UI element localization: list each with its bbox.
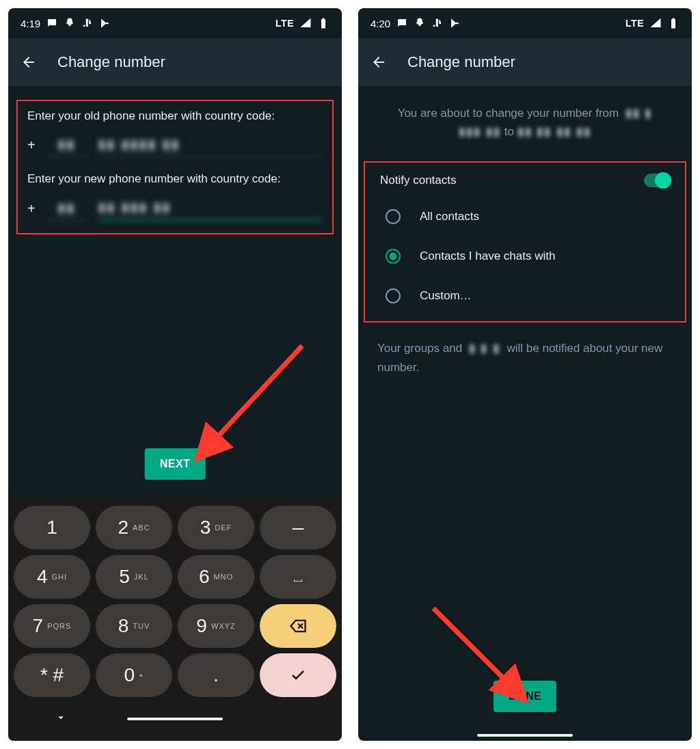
key-enter[interactable]: [260, 653, 336, 697]
radio-option-0[interactable]: All contacts: [377, 197, 673, 236]
radio-option-1[interactable]: Contacts I have chats with: [377, 236, 673, 276]
status-time: 4:19: [21, 18, 40, 29]
old-number-row: +: [27, 133, 323, 157]
signal-icon: [299, 17, 312, 29]
highlight-box-notify: Notify contacts All contactsContacts I h…: [364, 161, 686, 323]
done-button[interactable]: DONE: [494, 681, 556, 712]
key-4[interactable]: 4GHI: [14, 555, 90, 599]
key-6[interactable]: 6MNO: [178, 555, 254, 599]
message-icon: [46, 17, 58, 29]
playstation-icon: [431, 17, 444, 29]
new-number-label: Enter your new phone number with country…: [27, 172, 323, 186]
snapchat-icon: [64, 17, 76, 29]
key-3[interactable]: 3DEF: [178, 506, 254, 549]
phone-left: 4:19 LTE Change number Enter your old ph…: [8, 8, 342, 741]
chevron-down-icon[interactable]: [55, 711, 67, 726]
key-2[interactable]: 2ABC: [96, 506, 172, 549]
key-space[interactable]: ⎵: [260, 555, 336, 599]
change-summary: You are about to change your number from…: [358, 86, 692, 159]
status-time: 4:20: [371, 18, 390, 29]
back-icon[interactable]: [19, 53, 38, 72]
gesture-handle: [477, 734, 573, 737]
back-icon[interactable]: [369, 53, 388, 72]
numeric-keyboard: 12ABC3DEF–4GHI5JKL6MNO⎵7PQRS8TUV9WXYZ* #…: [8, 498, 342, 741]
radio-icon: [386, 209, 401, 224]
key-backspace[interactable]: [260, 604, 336, 648]
plus-prefix: +: [27, 201, 36, 221]
gesture-handle: [127, 718, 223, 720]
key-0[interactable]: 0+: [96, 653, 172, 697]
key-8[interactable]: 8TUV: [96, 604, 172, 648]
notify-contacts-label: Notify contacts: [380, 174, 457, 187]
phone-right: 4:20 LTE Change number You are about to …: [358, 8, 692, 741]
notify-toggle[interactable]: [644, 174, 670, 187]
status-bar: 4:20 LTE: [358, 8, 692, 38]
signal-icon: [649, 17, 662, 29]
status-bar: 4:19 LTE: [8, 8, 342, 38]
groups-note: Your groups and ▮ ▮ ▮ will be notified a…: [358, 325, 692, 390]
new-phone-input[interactable]: [98, 195, 323, 221]
key-1[interactable]: 1: [14, 506, 90, 549]
key-5[interactable]: 5JKL: [96, 555, 172, 599]
content-right: You are about to change your number from…: [358, 86, 692, 741]
playstation-icon: [81, 17, 94, 29]
radio-option-2[interactable]: Custom…: [377, 276, 673, 316]
to-word: to: [504, 125, 514, 138]
old-number-redacted: ▮▮ ▮: [625, 104, 653, 122]
network-label: LTE: [275, 18, 294, 29]
radio-label: Custom…: [420, 289, 472, 303]
key-9[interactable]: 9WXYZ: [178, 604, 254, 648]
page-title: Change number: [57, 53, 165, 71]
svg-line-0: [213, 346, 302, 441]
new-number-row: +: [27, 195, 323, 221]
network-label: LTE: [625, 18, 644, 29]
contacts-redacted: ▮ ▮ ▮: [469, 339, 500, 357]
battery-icon: [317, 17, 329, 29]
key-.[interactable]: .: [178, 653, 254, 697]
battery-icon: [667, 17, 679, 29]
new-country-code-input[interactable]: [46, 196, 88, 221]
old-phone-input[interactable]: [98, 133, 323, 157]
app-bar: Change number: [358, 38, 692, 86]
old-country-code-input[interactable]: [46, 133, 88, 157]
content-left: Enter your old phone number with country…: [8, 86, 342, 741]
svg-line-3: [433, 608, 509, 683]
new-number-redacted: ▮▮ ▮▮ ▮▮ ▮▮: [517, 122, 591, 141]
key-7[interactable]: 7PQRS: [14, 604, 90, 648]
radio-label: Contacts I have chats with: [420, 249, 555, 263]
plus-prefix: +: [27, 137, 36, 157]
highlight-box-numbers: Enter your old phone number with country…: [16, 100, 334, 234]
snapchat-icon: [414, 17, 426, 29]
app-bar: Change number: [8, 38, 342, 86]
notify-toggle-row: Notify contacts: [377, 168, 673, 197]
keyboard-nav-bar: [14, 703, 336, 735]
old-number-redacted2: ▮▮▮ ▮▮: [459, 122, 501, 141]
message-icon: [396, 17, 408, 29]
radio-icon: [386, 288, 401, 303]
key-* #[interactable]: * #: [14, 653, 90, 697]
next-button[interactable]: NEXT: [145, 448, 206, 480]
radio-icon: [386, 249, 401, 264]
page-title: Change number: [407, 53, 515, 71]
play-store-icon: [449, 17, 461, 29]
old-number-label: Enter your old phone number with country…: [27, 109, 323, 123]
play-store-icon: [99, 17, 111, 29]
key-dash[interactable]: –: [260, 506, 336, 549]
annotation-arrow: [193, 339, 316, 465]
summary-line1: You are about to change your number from: [398, 107, 619, 120]
radio-label: All contacts: [420, 210, 479, 223]
